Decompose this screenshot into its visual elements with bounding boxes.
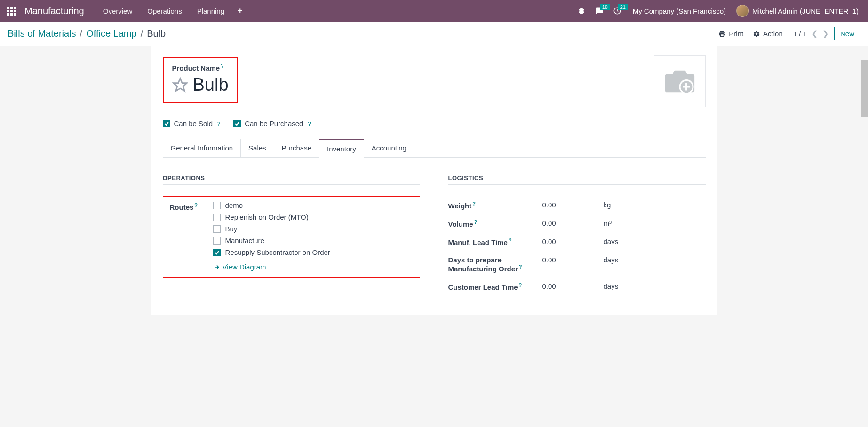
user-menu[interactable]: Mitchell Admin (JUNE_ENTER_1) [733,5,862,17]
app-brand[interactable]: Manufacturing [24,6,84,16]
logistics-value[interactable]: 0.00 [542,219,604,227]
logistics-value[interactable]: 0.00 [542,237,604,245]
help-icon[interactable]: ? [472,201,476,206]
route-checkbox[interactable]: Replenish on Order (MTO) [213,213,330,221]
pager: 1 / 1 ❮ ❯ [788,29,834,38]
logistics-label: Days to prepare Manufacturing Order? [448,256,542,273]
logistics-label: Weight? [448,201,542,210]
logistics-unit: m³ [604,219,612,227]
route-checkbox[interactable]: Buy [213,225,330,233]
help-icon[interactable]: ? [519,264,522,269]
form-sheet: Product Name? Bulb Can be Sold? Can be P… [151,46,717,315]
product-title-block: Product Name? Bulb [163,57,238,103]
breadcrumb-parent[interactable]: Office Lamp [86,28,136,39]
print-button[interactable]: Print [714,30,748,38]
logistics-unit: days [604,237,619,245]
messages-icon[interactable]: 18 [590,7,608,15]
debug-icon[interactable] [573,7,590,15]
logistics-row: Days to prepare Manufacturing Order?0.00… [448,251,706,277]
help-icon[interactable]: ? [308,121,311,127]
operations-section-title: OPERATIONS [163,174,420,185]
top-nav: Manufacturing Overview Operations Planni… [0,0,868,22]
logistics-label: Customer Lead Time? [448,282,542,291]
help-icon[interactable]: ? [217,121,220,127]
logistics-unit: days [604,256,619,264]
company-selector[interactable]: My Company (San Francisco) [626,7,733,15]
logistics-label: Manuf. Lead Time? [448,237,542,246]
help-icon[interactable]: ? [194,202,198,208]
logistics-value[interactable]: 0.00 [542,282,604,290]
camera-plus-icon [661,65,699,98]
svg-marker-2 [173,78,186,91]
menu-planning[interactable]: Planning [190,7,232,15]
route-checkbox[interactable]: Manufacture [213,237,330,245]
help-icon[interactable]: ? [509,237,512,243]
tab-accounting[interactable]: Accounting [364,139,414,157]
route-label: Replenish on Order (MTO) [225,213,309,221]
logistics-unit: kg [604,201,611,209]
can-be-sold-checkbox[interactable]: Can be Sold? [163,119,221,127]
tab-inventory[interactable]: Inventory [319,139,364,158]
route-checkbox[interactable]: demo [213,201,330,209]
tab-purchase[interactable]: Purchase [274,139,319,157]
new-button[interactable]: New [834,27,860,40]
apps-icon[interactable] [6,5,17,16]
tab-sales[interactable]: Sales [240,139,274,157]
tab-general-information[interactable]: General Information [163,139,241,157]
route-label: Manufacture [225,237,264,245]
breadcrumb-current: Bulb [147,28,166,39]
routes-label: Routes [170,203,194,211]
avatar [736,5,749,17]
logistics-unit: days [604,282,619,290]
activities-badge: 21 [618,4,628,10]
logistics-row: Weight?0.00kg [448,196,706,214]
routes-block: Routes? demoReplenish on Order (MTO)BuyM… [163,196,420,278]
menu-overview[interactable]: Overview [96,7,140,15]
product-image-placeholder[interactable] [654,55,706,107]
logistics-label: Volume? [448,219,542,228]
pager-prev-icon[interactable]: ❮ [812,29,818,38]
route-checkbox[interactable]: Resupply Subcontractor on Order [213,248,330,256]
help-icon[interactable]: ? [221,63,223,69]
activities-icon[interactable]: 21 [608,7,626,15]
add-menu-icon[interactable]: + [232,6,248,16]
logistics-row: Manuf. Lead Time?0.00days [448,233,706,251]
tabs: General Information Sales Purchase Inven… [163,139,706,158]
logistics-value[interactable]: 0.00 [542,256,604,264]
breadcrumb: Bills of Materials / Office Lamp / Bulb [8,28,166,39]
can-be-purchased-checkbox[interactable]: Can be Purchased? [233,119,311,127]
menu-operations[interactable]: Operations [140,7,189,15]
favorite-star-icon[interactable] [172,77,188,93]
scrollbar[interactable] [861,60,868,117]
pager-next-icon[interactable]: ❯ [822,29,828,38]
route-label: demo [225,201,243,209]
pager-text[interactable]: 1 / 1 [793,30,807,38]
route-label: Buy [225,225,238,233]
help-icon[interactable]: ? [519,282,522,288]
action-button[interactable]: Action [748,30,788,38]
product-name-label: Product Name [172,64,220,72]
logistics-value[interactable]: 0.00 [542,201,604,209]
route-label: Resupply Subcontractor on Order [225,248,330,256]
logistics-row: Volume?0.00m³ [448,214,706,233]
logistics-section-title: LOGISTICS [448,174,706,185]
help-icon[interactable]: ? [474,219,478,225]
control-bar: Bills of Materials / Office Lamp / Bulb … [0,22,868,46]
breadcrumb-root[interactable]: Bills of Materials [8,28,76,39]
user-name: Mitchell Admin (JUNE_ENTER_1) [752,7,859,15]
view-diagram-link[interactable]: View Diagram [214,263,330,271]
product-name-field[interactable]: Bulb [193,75,229,95]
logistics-row: Customer Lead Time?0.00days [448,277,706,296]
